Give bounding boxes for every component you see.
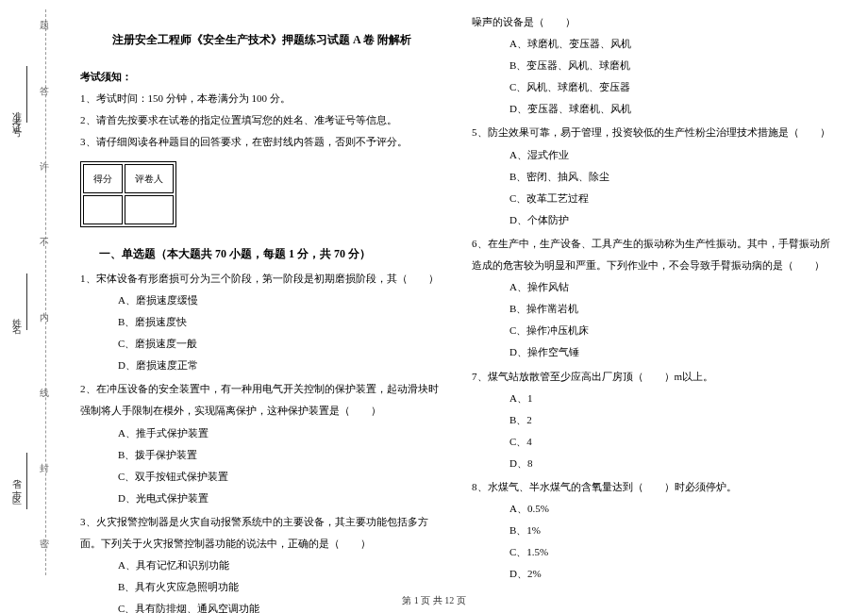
question-option[interactable]: B、拨手保护装置	[80, 444, 443, 466]
seal-mark-bu: 不	[40, 236, 49, 249]
seal-mark-nei: 内	[40, 311, 49, 324]
question-stem: 6、在生产中，生产设备、工具产生的振动称为生产性振动。其中，手臂振动所造成的危害…	[472, 233, 835, 276]
score-table: 得分 评卷人	[80, 161, 176, 227]
score-cell-blank[interactable]	[83, 195, 123, 224]
question-option[interactable]: B、2	[472, 409, 835, 431]
question-option[interactable]: A、推手式保护装置	[80, 422, 443, 444]
marker-cell-blank[interactable]	[125, 195, 174, 224]
province-label: 省（市区）	[9, 472, 23, 500]
notice-heading: 考试须知：	[80, 66, 443, 88]
question-option[interactable]: B、密闭、抽风、除尘	[472, 166, 835, 188]
question-stem: 7、煤气站放散管至少应高出厂房顶（ ）m以上。	[472, 366, 835, 388]
ticket-label: 准考证号	[9, 104, 23, 126]
question-6: 6、在生产中，生产设备、工具产生的振动称为生产性振动。其中，手臂振动所造成的危害…	[472, 233, 835, 364]
notice-item: 2、请首先按要求在试卷的指定位置填写您的姓名、准考证号等信息。	[80, 109, 443, 131]
question-option[interactable]: C、操作冲压机床	[472, 320, 835, 341]
question-option[interactable]: A、磨损速度缓慢	[80, 290, 443, 311]
question-option[interactable]: A、具有记忆和识别功能	[80, 555, 443, 576]
question-stem: 5、防尘效果可靠，易于管理，投资较低的生产性粉尘治理技术措施是（ ）	[472, 122, 835, 143]
question-option[interactable]: A、1	[472, 388, 835, 409]
question-option[interactable]: D、光电式保护装置	[80, 488, 443, 509]
page-footer: 第 1 页 共 12 页	[0, 594, 868, 607]
question-option[interactable]: C、4	[472, 431, 835, 453]
question-option[interactable]: C、磨损速度一般	[80, 333, 443, 355]
score-cell-label: 得分	[83, 164, 123, 193]
question-option[interactable]: C、风机、球磨机、变压器	[472, 76, 835, 98]
question-option[interactable]: A、球磨机、变压器、风机	[472, 33, 835, 55]
question-option[interactable]: C、双手按钮式保护装置	[80, 466, 443, 488]
question-7: 7、煤气站放散管至少应高出厂房顶（ ）m以上。 A、1 B、2 C、4 D、8	[472, 366, 835, 474]
question-8: 8、水煤气、半水煤气的含氧量达到（ ）时必须停炉。 A、0.5% B、1% C、…	[472, 476, 835, 585]
question-stem: 3、火灾报警控制器是火灾自动报警系统中的主要设备，其主要功能包括多方面。下列关于…	[80, 511, 443, 555]
question-stem: 8、水煤气、半水煤气的含氧量达到（ ）时必须停炉。	[472, 476, 835, 498]
question-stem: 2、在冲压设备的安全装置中，有一种用电气开关控制的保护装置，起动滑块时强制将人手…	[80, 378, 443, 422]
seal-mark-xu: 许	[40, 160, 49, 174]
binding-margin: 省（市区） 姓名 准考证号 密 封 线 内 不 许 答 题	[0, 0, 61, 585]
province-underline	[26, 453, 74, 509]
question-option[interactable]: D、变压器、球磨机、风机	[472, 98, 835, 120]
seal-mark-xian: 线	[40, 387, 49, 400]
question-option[interactable]: C、改革工艺过程	[472, 188, 835, 209]
question-option[interactable]: B、1%	[472, 520, 835, 541]
left-column: 注册安全工程师《安全生产技术》押题练习试题 A 卷 附解析 考试须知： 1、考试…	[66, 9, 458, 585]
page-body: 注册安全工程师《安全生产技术》押题练习试题 A 卷 附解析 考试须知： 1、考试…	[0, 0, 868, 585]
question-option[interactable]: D、8	[472, 453, 835, 474]
question-4b: 噪声的设备是（ ） A、球磨机、变压器、风机 B、变压器、风机、球磨机 C、风机…	[472, 11, 835, 120]
question-stem: 1、宋体设备有形磨损可分为三个阶段，第一阶段是初期磨损阶段，其（ ）	[80, 268, 443, 290]
name-underline	[26, 273, 74, 330]
question-option[interactable]: A、湿式作业	[472, 144, 835, 166]
question-option[interactable]: B、变压器、风机、球磨机	[472, 55, 835, 76]
seal-mark-ti: 题	[40, 19, 49, 32]
question-option[interactable]: B、磨损速度快	[80, 311, 443, 333]
question-stem-cont: 噪声的设备是（ ）	[472, 11, 835, 33]
question-option[interactable]: C、1.5%	[472, 541, 835, 563]
ticket-underline	[26, 66, 74, 123]
marker-cell-label: 评卷人	[125, 164, 174, 193]
seal-mark-da: 答	[40, 85, 49, 98]
notice-item: 1、考试时间：150 分钟，本卷满分为 100 分。	[80, 88, 443, 109]
question-option[interactable]: D、2%	[472, 563, 835, 585]
question-2: 2、在冲压设备的安全装置中，有一种用电气开关控制的保护装置，起动滑块时强制将人手…	[80, 378, 443, 509]
notice-item: 3、请仔细阅读各种题目的回答要求，在密封线内答题，否则不予评分。	[80, 131, 443, 153]
part1-title: 一、单选题（本大题共 70 小题，每题 1 分，共 70 分）	[99, 242, 371, 266]
question-option[interactable]: A、0.5%	[472, 498, 835, 520]
question-1: 1、宋体设备有形磨损可分为三个阶段，第一阶段是初期磨损阶段，其（ ） A、磨损速…	[80, 268, 443, 376]
right-column: 噪声的设备是（ ） A、球磨机、变压器、风机 B、变压器、风机、球磨机 C、风机…	[458, 9, 849, 585]
seal-mark-mi: 密	[40, 538, 49, 551]
exam-title: 注册安全工程师《安全生产技术》押题练习试题 A 卷 附解析	[80, 28, 443, 52]
name-label: 姓名	[9, 311, 23, 323]
question-option[interactable]: B、操作凿岩机	[472, 298, 835, 320]
question-5: 5、防尘效果可靠，易于管理，投资较低的生产性粉尘治理技术措施是（ ） A、湿式作…	[472, 122, 835, 230]
question-option[interactable]: D、操作空气锤	[472, 341, 835, 363]
seal-mark-feng: 封	[40, 462, 49, 475]
question-option[interactable]: D、个体防护	[472, 209, 835, 231]
score-row: 得分 评卷人 一、单选题（本大题共 70 小题，每题 1 分，共 70 分）	[80, 154, 443, 266]
question-option[interactable]: A、操作风钻	[472, 276, 835, 298]
question-option[interactable]: D、磨损速度正常	[80, 355, 443, 376]
